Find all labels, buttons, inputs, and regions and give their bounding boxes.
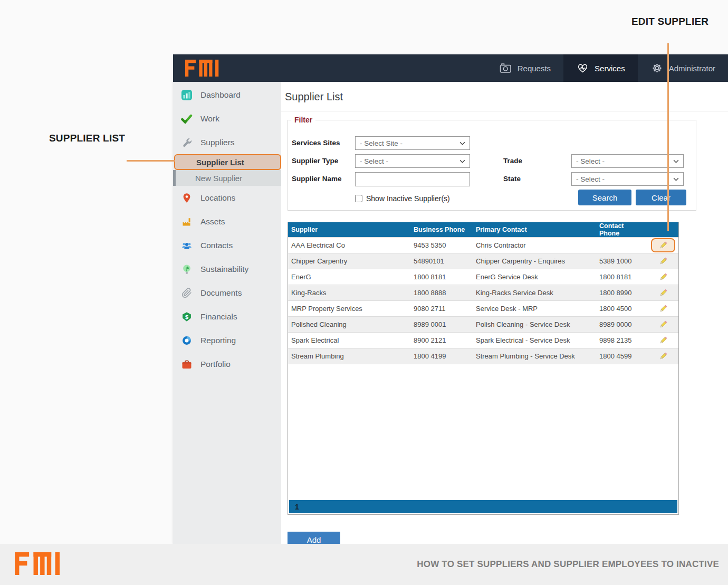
contact-phone-cell: 1800 4500 xyxy=(596,301,648,317)
pencil-icon xyxy=(659,320,668,329)
nav-item-services[interactable]: Services xyxy=(563,54,638,82)
page-number[interactable]: 1 xyxy=(289,503,299,511)
chevron-down-icon xyxy=(459,159,465,163)
navbar-menu: Requests Services xyxy=(486,54,728,82)
primary-contact-cell: Service Desk - MRP xyxy=(473,301,596,317)
sidebar-item-label: Financials xyxy=(200,312,237,322)
edit-supplier-button[interactable] xyxy=(651,254,675,268)
search-button[interactable]: Search xyxy=(578,190,631,205)
sidebar-subitem-new-supplier[interactable]: New Supplier xyxy=(173,170,281,186)
state-label: State xyxy=(503,172,521,186)
contact-phone-cell: 9898 2135 xyxy=(596,333,648,348)
edit-supplier-button[interactable] xyxy=(651,333,675,347)
sidebar-subitem-label: New Supplier xyxy=(195,174,242,183)
leaf-bulb-icon xyxy=(181,263,193,275)
sidebar-item-label: Dashboard xyxy=(200,90,241,100)
business-phone-cell: 9453 5350 xyxy=(410,238,473,253)
contact-phone-cell: 8989 0000 xyxy=(596,317,648,333)
clear-button[interactable]: Clear xyxy=(636,190,686,205)
filter-panel: Filter Services Sites - Select Site - Su… xyxy=(288,120,696,211)
col-header-business-phone[interactable]: Business Phone xyxy=(410,222,473,238)
contact-phone-cell: 1800 4599 xyxy=(596,348,648,364)
fmi-logo[interactable] xyxy=(180,60,224,77)
sidebar-subitem-supplier-list[interactable]: Supplier List xyxy=(174,154,281,170)
supplier-type-value: - Select - xyxy=(360,157,459,165)
sidebar-item-suppliers[interactable]: Suppliers xyxy=(173,130,281,154)
table-row[interactable]: MRP Property Services 9080 2711 Service … xyxy=(288,301,678,317)
fmi-footer-logo xyxy=(15,552,60,577)
fmi-logo-icon xyxy=(180,60,224,77)
svg-text:$: $ xyxy=(185,313,188,319)
nav-item-label: Administrator xyxy=(669,64,715,73)
sidebar-item-portfolio[interactable]: Portfolio xyxy=(173,352,281,376)
paperclip-icon xyxy=(181,287,193,299)
pencil-icon xyxy=(659,304,668,313)
contact-phone-cell: 1800 8990 xyxy=(596,285,648,301)
heart-pulse-icon xyxy=(576,62,589,74)
supplier-type-select[interactable]: - Select - xyxy=(355,154,470,168)
sidebar-item-contacts[interactable]: Contacts xyxy=(173,233,281,257)
sidebar-item-sustainability[interactable]: Sustainability xyxy=(173,257,281,281)
wrench-icon xyxy=(181,137,193,148)
pencil-icon xyxy=(659,272,668,281)
trade-label: Trade xyxy=(503,154,522,168)
edit-supplier-button[interactable] xyxy=(651,286,675,300)
dashboard-chart-icon xyxy=(181,89,193,101)
briefcase-icon xyxy=(181,358,193,370)
edit-supplier-button[interactable] xyxy=(651,317,675,332)
filter-legend: Filter xyxy=(291,116,315,124)
sidebar-item-label: Documents xyxy=(200,288,242,298)
supplier-cell: EnerG xyxy=(288,269,410,285)
table-row[interactable]: Stream Plumbing 1800 4199 Stream Plumbin… xyxy=(288,348,678,364)
sidebar-item-documents[interactable]: Documents xyxy=(173,281,281,305)
table-row[interactable]: Spark Electrical 8900 2121 Spark Electri… xyxy=(288,333,678,348)
nav-item-requests[interactable]: Requests xyxy=(486,54,563,82)
add-button[interactable]: Add xyxy=(288,532,340,544)
edit-supplier-button[interactable] xyxy=(651,349,675,363)
map-pin-icon xyxy=(181,192,193,204)
sidebar-item-work[interactable]: Work xyxy=(173,107,281,130)
supplier-table-body: AAA Electrical Co 9453 5350 Chris Contra… xyxy=(288,238,678,364)
sidebar-item-financials[interactable]: $ Financials xyxy=(173,305,281,328)
annotation-edit-supplier: EDIT SUPPLIER xyxy=(631,16,708,27)
business-phone-cell: 1800 8181 xyxy=(410,269,473,285)
business-phone-cell: 9080 2711 xyxy=(410,301,473,317)
col-header-contact-phone[interactable]: Contact Phone xyxy=(596,222,648,238)
primary-contact-cell: Chris Contractor xyxy=(473,238,596,253)
edit-supplier-button[interactable] xyxy=(651,270,675,284)
show-inactive-checkbox[interactable] xyxy=(355,195,362,202)
col-header-actions xyxy=(648,222,678,238)
table-row[interactable]: Chipper Carpentry 54890101 Chipper Carpe… xyxy=(288,253,678,269)
sidebar-item-locations[interactable]: Locations xyxy=(173,186,281,210)
sidebar-item-reporting[interactable]: Reporting xyxy=(173,328,281,352)
trade-value: - Select - xyxy=(576,157,673,165)
edit-supplier-button[interactable] xyxy=(651,238,675,252)
show-inactive-label: Show Inactive Supplier(s) xyxy=(366,194,450,203)
supplier-name-input[interactable] xyxy=(355,172,470,186)
table-row[interactable]: EnerG 1800 8181 EnerG Service Desk 1800 … xyxy=(288,269,678,285)
table-row[interactable]: King-Racks 1800 8888 King-Racks Service … xyxy=(288,285,678,301)
table-header-row: Supplier Business Phone Primary Contact … xyxy=(288,222,678,238)
col-header-primary-contact[interactable]: Primary Contact xyxy=(473,222,596,238)
pencil-icon xyxy=(659,288,668,297)
dollar-shield-icon: $ xyxy=(181,311,193,323)
sidebar-item-label: Portfolio xyxy=(200,360,231,369)
nav-item-administrator[interactable]: Administrator xyxy=(638,54,728,82)
business-phone-cell: 1800 8888 xyxy=(410,285,473,301)
primary-contact-cell: Chipper Carpentry - Enquires xyxy=(473,253,596,269)
supplier-cell: MRP Property Services xyxy=(288,301,410,317)
sidebar-subitem-label: Supplier List xyxy=(196,158,244,167)
table-row[interactable]: AAA Electrical Co 9453 5350 Chris Contra… xyxy=(288,238,678,253)
annotation-connector-horizontal xyxy=(127,160,175,162)
edit-supplier-button[interactable] xyxy=(651,301,675,316)
primary-contact-cell: EnerG Service Desk xyxy=(473,269,596,285)
checkmark-icon xyxy=(181,113,193,125)
main-content: Supplier List Filter Services Sites - Se… xyxy=(281,82,728,544)
table-row[interactable]: Polished Cleaning 8989 0001 Polish Clean… xyxy=(288,317,678,333)
col-header-supplier[interactable]: Supplier xyxy=(288,222,410,238)
sidebar-item-dashboard[interactable]: Dashboard xyxy=(173,83,281,107)
tutorial-page: EDIT SUPPLIER SUPPLIER LIST xyxy=(0,0,728,585)
supplier-cell: AAA Electrical Co xyxy=(288,238,410,253)
services-sites-select[interactable]: - Select Site - xyxy=(355,136,470,150)
sidebar-item-assets[interactable]: Assets xyxy=(173,210,281,233)
